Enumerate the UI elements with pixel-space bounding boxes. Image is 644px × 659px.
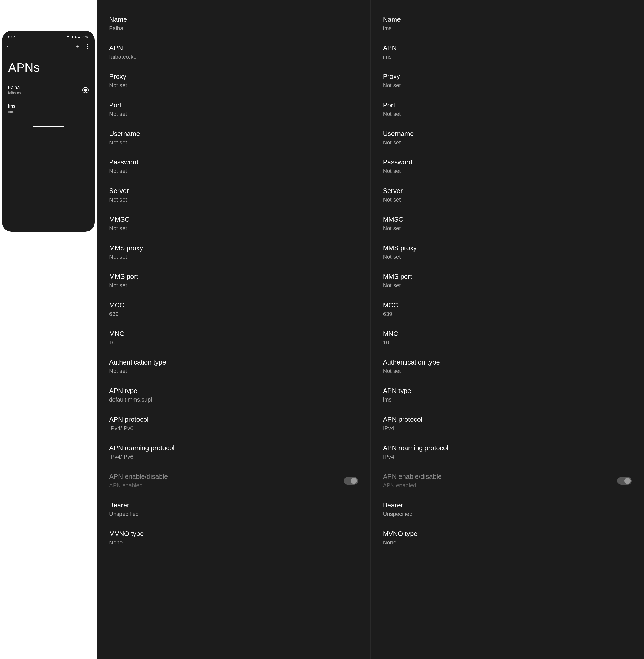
detail-field[interactable]: BearerUnspecified (109, 501, 358, 517)
detail-field[interactable]: MCC639 (383, 301, 632, 317)
field-label: Authentication type (109, 358, 358, 366)
phone-panel: 8:05 ▼ ▲▲▲ 93% ← + ⋮ APNs Faiba faiba.co… (0, 0, 96, 659)
faiba-detail-panel: NameFaibaAPNfaiba.co.keProxyNot setPortN… (96, 0, 370, 659)
home-indicator (33, 126, 64, 127)
detail-field[interactable]: UsernameNot set (109, 130, 358, 146)
field-value: ims (383, 25, 632, 32)
field-value: default,mms,supl (109, 396, 358, 403)
detail-field[interactable]: APNims (383, 44, 632, 60)
list-item[interactable]: ims ims (8, 99, 89, 118)
field-value: Not set (383, 368, 632, 374)
apn-faiba-name: Faiba (8, 85, 26, 90)
field-label: APN type (383, 387, 632, 395)
radio-faiba[interactable] (83, 87, 89, 93)
add-button[interactable]: + (75, 43, 79, 50)
field-value: Not set (109, 368, 358, 374)
toggle-label: APN enable/disable (109, 473, 344, 481)
status-icons: ▼ ▲▲▲ 93% (66, 35, 89, 39)
detail-field[interactable]: Nameims (383, 16, 632, 32)
field-label: MMS port (383, 273, 632, 280)
field-label: Bearer (383, 501, 632, 509)
detail-field[interactable]: BearerUnspecified (383, 501, 632, 517)
detail-field[interactable]: MVNO typeNone (109, 530, 358, 546)
detail-field[interactable]: MMSCNot set (109, 215, 358, 232)
detail-field[interactable]: MVNO typeNone (383, 530, 632, 546)
field-value: Not set (109, 225, 358, 232)
toggle-text: APN enable/disableAPN enabled. (109, 473, 344, 489)
detail-field[interactable]: ProxyNot set (109, 73, 358, 89)
detail-field[interactable]: APNfaiba.co.ke (109, 44, 358, 60)
field-label: Proxy (109, 73, 358, 81)
apn-item-ims-text: ims ims (8, 104, 16, 114)
detail-field[interactable]: APN protocolIPv4/IPv6 (109, 415, 358, 432)
detail-field[interactable]: MNC10 (383, 330, 632, 346)
field-label: MCC (109, 301, 358, 309)
detail-field[interactable]: MCC639 (109, 301, 358, 317)
detail-field[interactable]: NameFaiba (109, 16, 358, 32)
wifi-icon: ▼ (66, 35, 70, 39)
detail-field[interactable]: APN roaming protocolIPv4/IPv6 (109, 444, 358, 460)
detail-field[interactable]: PasswordNot set (383, 158, 632, 175)
field-value: Faiba (109, 25, 358, 32)
field-value: 639 (383, 311, 632, 317)
field-label: MNC (383, 330, 632, 338)
detail-field[interactable]: PortNot set (109, 101, 358, 117)
detail-field[interactable]: UsernameNot set (383, 130, 632, 146)
field-label: Username (383, 130, 632, 138)
detail-field[interactable]: ProxyNot set (383, 73, 632, 89)
detail-field[interactable]: PortNot set (383, 101, 632, 117)
toggle-switch[interactable] (617, 477, 631, 485)
toggle-knob (351, 478, 357, 484)
detail-field[interactable]: MNC10 (109, 330, 358, 346)
detail-field[interactable]: Authentication typeNot set (109, 358, 358, 374)
ims-detail-panel: NameimsAPNimsProxyNot setPortNot setUser… (370, 0, 644, 659)
field-label: APN (109, 44, 358, 52)
field-value: IPv4 (383, 454, 632, 460)
field-value: Not set (383, 282, 632, 289)
field-value: Not set (383, 82, 632, 89)
toggle-knob (624, 478, 630, 484)
field-label: MMS proxy (383, 244, 632, 252)
toggle-sublabel: APN enabled. (109, 482, 344, 489)
field-value: Unspecified (383, 511, 632, 517)
field-label: MMS port (109, 273, 358, 280)
toggle-row: APN enable/disableAPN enabled. (109, 473, 358, 489)
detail-field[interactable]: MMS portNot set (383, 273, 632, 289)
detail-field[interactable]: MMS proxyNot set (383, 244, 632, 260)
detail-field[interactable]: APN typeims (383, 387, 632, 403)
detail-field[interactable]: ServerNot set (383, 187, 632, 203)
field-value: Not set (109, 197, 358, 203)
detail-field[interactable]: MMS portNot set (109, 273, 358, 289)
top-bar: ← + ⋮ (2, 41, 95, 52)
detail-field[interactable]: APN roaming protocolIPv4 (383, 444, 632, 460)
more-button[interactable]: ⋮ (85, 43, 91, 50)
detail-field[interactable]: MMSCNot set (383, 215, 632, 232)
field-label: Server (109, 187, 358, 195)
field-label: MMS proxy (109, 244, 358, 252)
field-value: 639 (109, 311, 358, 317)
field-value: Not set (383, 254, 632, 260)
detail-field[interactable]: APN typedefault,mms,supl (109, 387, 358, 403)
detail-field[interactable]: APN protocolIPv4 (383, 415, 632, 432)
field-label: Password (383, 158, 632, 166)
status-bar: 8:05 ▼ ▲▲▲ 93% (2, 31, 95, 41)
field-label: Password (109, 158, 358, 166)
signal-icon: ▲▲▲ (71, 35, 81, 39)
detail-field[interactable]: MMS proxyNot set (109, 244, 358, 260)
toggle-switch[interactable] (344, 477, 358, 485)
field-label: Bearer (109, 501, 358, 509)
field-value: Not set (109, 254, 358, 260)
field-value: Not set (109, 168, 358, 175)
field-label: Proxy (383, 73, 632, 81)
field-value: Not set (383, 139, 632, 146)
toggle-label: APN enable/disable (383, 473, 618, 481)
field-label: Port (383, 101, 632, 109)
detail-field[interactable]: PasswordNot set (109, 158, 358, 175)
apn-item-faiba-text: Faiba faiba.co.ke (8, 85, 26, 95)
field-value: 10 (383, 339, 632, 346)
detail-field[interactable]: ServerNot set (109, 187, 358, 203)
detail-field[interactable]: Authentication typeNot set (383, 358, 632, 374)
field-value: 10 (109, 339, 358, 346)
back-button[interactable]: ← (6, 43, 12, 50)
list-item[interactable]: Faiba faiba.co.ke (8, 81, 89, 99)
